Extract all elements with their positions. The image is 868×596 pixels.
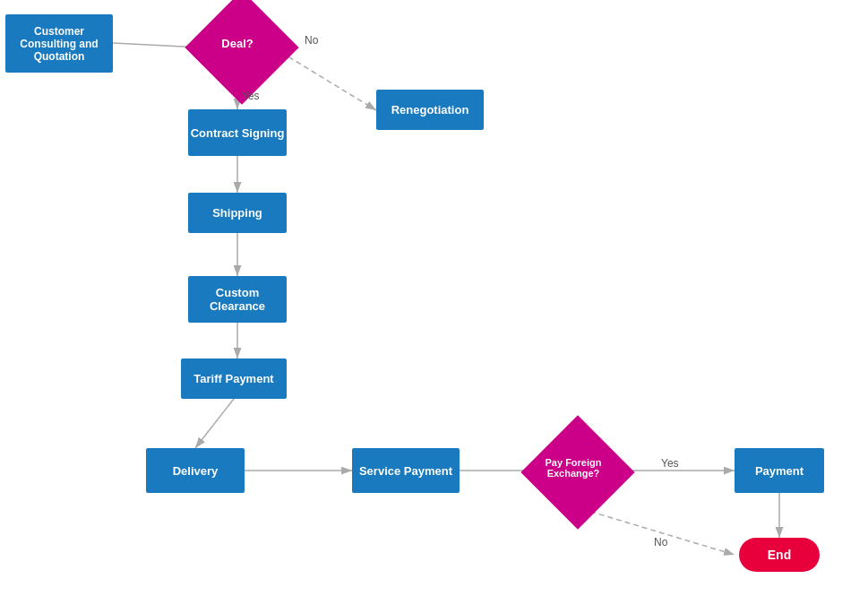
service-payment-node: Service Payment (352, 448, 460, 493)
no-deal-label: No (305, 34, 318, 47)
delivery-node: Delivery (146, 448, 245, 493)
end-node: End (739, 538, 820, 572)
renegotiation-node: Renegotiation (376, 90, 484, 130)
deal-diamond-container: Deal? (202, 7, 273, 79)
svg-line-6 (195, 399, 234, 448)
no-foreign-label: No (654, 536, 667, 548)
pay-foreign-diamond (520, 415, 634, 529)
yes-foreign-label: Yes (661, 457, 679, 470)
contract-signing-node: Contract Signing (188, 109, 287, 156)
custom-clearance-node: Custom Clearance (188, 276, 287, 323)
pay-foreign-diamond-container: Pay Foreign Exchange? (537, 432, 609, 504)
payment-node: Payment (735, 448, 824, 493)
flowchart: Customer Consulting and Quotation Deal? … (0, 0, 868, 596)
yes-deal-label: Yes (242, 90, 260, 102)
customer-consulting-node: Customer Consulting and Quotation (5, 14, 113, 73)
tariff-payment-node: Tariff Payment (181, 358, 287, 399)
shipping-node: Shipping (188, 193, 287, 233)
